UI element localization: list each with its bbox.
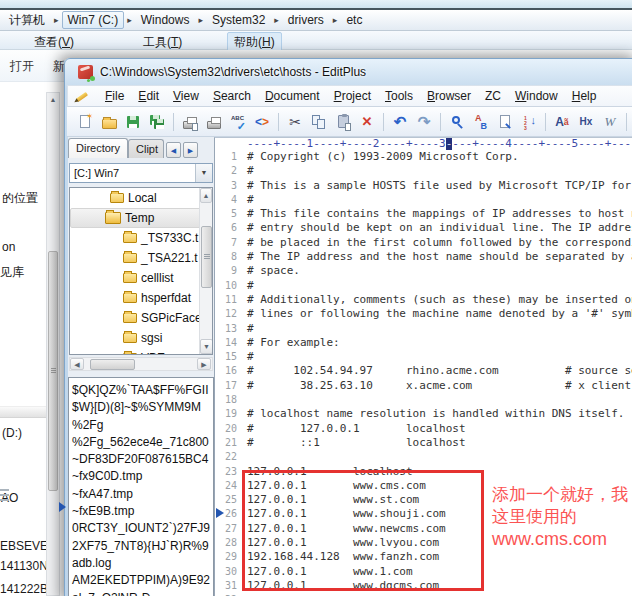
tree-scrollbar[interactable]: ▲ ▼: [199, 188, 212, 354]
editor-line[interactable]: 10#: [215, 279, 632, 293]
tree-item-hsperfdat[interactable]: hsperfdat: [70, 288, 212, 308]
editor-line[interactable]: 4#: [215, 193, 632, 207]
scroll-left-icon[interactable]: ◀: [70, 358, 84, 370]
editor-line[interactable]: 6# entry should be kept on an individual…: [215, 221, 632, 235]
copy-button[interactable]: [308, 111, 330, 133]
menu-edit[interactable]: Edit: [131, 87, 166, 105]
tab-directory[interactable]: Directory: [68, 138, 128, 158]
file-list-item[interactable]: ~DF83DF20F087615BC4: [72, 451, 213, 468]
editor-line[interactable]: 17# 38.25.63.10 x.acme.com # x client ho…: [215, 379, 632, 393]
menu-view[interactable]: View: [166, 87, 206, 105]
menu-window[interactable]: Window: [508, 87, 565, 105]
breadcrumb-item[interactable]: Win7 (C:): [62, 11, 125, 29]
tree-item-_ts733c.t[interactable]: _TS733C.t: [70, 228, 212, 248]
editor-line[interactable]: 11# Additionally, comments (such as thes…: [215, 293, 632, 307]
file-list-item[interactable]: $QK]QZ%`TAA$FF%FGII: [72, 382, 213, 399]
word-count-button[interactable]: W: [599, 111, 621, 133]
editor-line[interactable]: 18: [215, 393, 632, 407]
open-button[interactable]: 打开: [10, 58, 34, 75]
editor-line[interactable]: 20# 127.0.0.1 localhost: [215, 422, 632, 436]
editor-line[interactable]: 13#: [215, 322, 632, 336]
scroll-up-icon[interactable]: ▲: [47, 93, 59, 106]
tab-scroll-right-icon[interactable]: ▶: [183, 142, 198, 158]
new-document-button[interactable]: ✶: [74, 111, 96, 133]
file-list-item[interactable]: %2Fg: [72, 417, 213, 434]
breadcrumb-item[interactable]: Windows: [135, 11, 196, 29]
editor-line[interactable]: 5# This file contains the mappings of IP…: [215, 207, 632, 221]
chevron-down-icon[interactable]: ▼: [195, 164, 212, 182]
tree-item-sgpicface[interactable]: SGPicFace: [70, 308, 212, 328]
editor-line[interactable]: 8# The IP address and the host name shou…: [215, 250, 632, 264]
tree-item-sgsi[interactable]: sgsi: [70, 328, 212, 348]
file-list-item[interactable]: ~fx9C0D.tmp: [72, 468, 213, 485]
file-list-item[interactable]: ~fxA47.tmp: [72, 486, 213, 503]
file-list-item[interactable]: adb.log: [72, 555, 213, 572]
editor-line[interactable]: 19# localhost name resolution is handled…: [215, 407, 632, 421]
editor-line[interactable]: 14# For example:: [215, 336, 632, 350]
menu-document[interactable]: Document: [258, 87, 327, 105]
redo-button[interactable]: ↷: [413, 111, 435, 133]
breadcrumb-item[interactable]: drivers: [282, 11, 330, 29]
editor-line[interactable]: 2#: [215, 164, 632, 178]
editor-area[interactable]: ----+----1----+----2----+----3----+----4…: [214, 137, 632, 596]
scrollbar-thumb[interactable]: [48, 251, 58, 491]
open-button[interactable]: [98, 111, 120, 133]
file-list-item[interactable]: $W}[D)(8]~$%SYMM9M: [72, 399, 213, 416]
menu-help[interactable]: Help: [565, 87, 604, 105]
file-list-item[interactable]: 0RCT3Y_IOUNT2`)27FJ9: [72, 520, 213, 537]
editor-line[interactable]: 7# be placed in the first column followe…: [215, 236, 632, 250]
replace-button[interactable]: AB: [470, 111, 492, 133]
editor-line[interactable]: 9# space.: [215, 264, 632, 278]
editor-line[interactable]: 15#: [215, 350, 632, 364]
tree-item-temp[interactable]: Temp: [70, 208, 212, 228]
explorer-scrollbar[interactable]: ▲: [46, 92, 60, 596]
sort-button[interactable]: 123↓: [518, 111, 540, 133]
scrollbar-thumb[interactable]: [201, 226, 212, 288]
breadcrumb-item[interactable]: 计算机: [3, 10, 51, 31]
paste-button[interactable]: [332, 111, 354, 133]
breadcrumb-item[interactable]: etc: [340, 11, 368, 29]
hex-viewer-button[interactable]: Hx: [575, 111, 597, 133]
editor-line[interactable]: 21# ::1 localhost: [215, 436, 632, 450]
spell-check-button[interactable]: ABC✓: [227, 111, 249, 133]
print-preview-button[interactable]: [179, 111, 201, 133]
print-button[interactable]: [203, 111, 225, 133]
editor-line[interactable]: 1# Copyright (c) 1993-2009 Microsoft Cor…: [215, 150, 632, 164]
editor-line[interactable]: 22: [215, 450, 632, 464]
scroll-up-icon[interactable]: ▲: [200, 188, 212, 203]
menu-file[interactable]: File: [98, 87, 131, 105]
file-list-item[interactable]: al~7_O2lNR-D: [72, 590, 213, 596]
change-case-button[interactable]: Aã: [551, 111, 573, 133]
editor-line[interactable]: 12# lines or following the machine name …: [215, 307, 632, 321]
find-in-files-button[interactable]: [494, 111, 516, 133]
save-button[interactable]: [122, 111, 144, 133]
tree-item-celllist[interactable]: celllist: [70, 268, 212, 288]
menu-tools[interactable]: Tools: [378, 87, 420, 105]
tree-horizontal-scrollbar[interactable]: ◀ ▶: [69, 357, 213, 371]
tree-item-local[interactable]: Local: [70, 188, 212, 208]
scrollbar-thumb[interactable]: [90, 359, 135, 370]
file-list-item[interactable]: ~fxE9B.tmp: [72, 503, 213, 520]
cut-button[interactable]: ✂: [284, 111, 306, 133]
undo-button[interactable]: ↶: [389, 111, 411, 133]
menu-browser[interactable]: Browser: [420, 87, 478, 105]
save-all-button[interactable]: [146, 111, 168, 133]
splitter-grip[interactable]: [0, 489, 9, 503]
html-toolbar-button[interactable]: <>: [251, 111, 273, 133]
editplus-title-bar[interactable]: C:\Windows\System32\drivers\etc\hosts - …: [65, 59, 632, 85]
delete-button[interactable]: ✕: [356, 111, 378, 133]
editor-line[interactable]: 16# 102.54.94.97 rhino.acme.com # source…: [215, 364, 632, 378]
find-button[interactable]: [446, 111, 468, 133]
menu-zc[interactable]: ZC: [478, 87, 508, 105]
drive-select[interactable]: [C:] Win7 ▼: [69, 163, 213, 183]
file-list-item[interactable]: 2XF75_7NT8){HJ`R)R%9: [72, 538, 213, 555]
file-list-item[interactable]: AM2EKEDTPPIM)A)9E92: [72, 572, 213, 589]
menu-project[interactable]: Project: [327, 87, 378, 105]
breadcrumb-item[interactable]: System32: [206, 11, 271, 29]
scroll-down-icon[interactable]: ▼: [200, 339, 213, 354]
tree-item-_tsa221.t[interactable]: _TSA221.t: [70, 248, 212, 268]
scroll-right-icon[interactable]: ▶: [197, 358, 211, 370]
tab-scroll-left-icon[interactable]: ◀: [166, 142, 181, 158]
editor-line[interactable]: 3# This is a sample HOSTS file used by M…: [215, 179, 632, 193]
file-list-item[interactable]: %2Fg_562ece4e_71c800: [72, 434, 213, 451]
